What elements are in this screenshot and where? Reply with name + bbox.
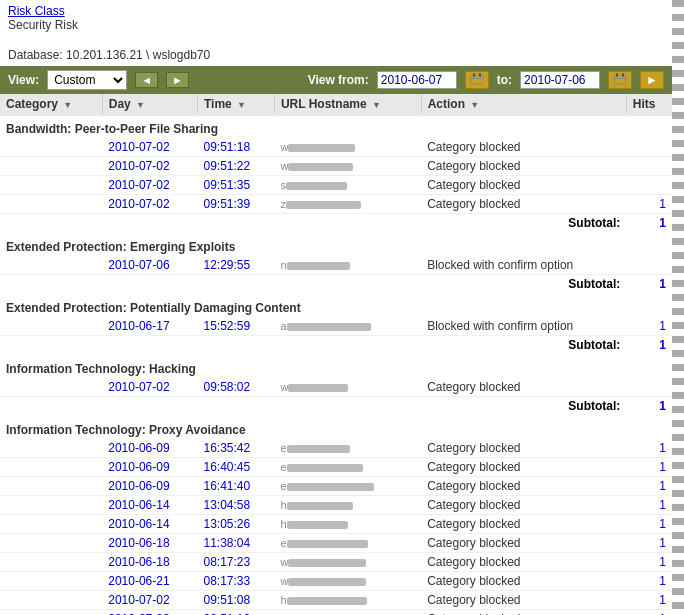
category-cell — [0, 515, 102, 534]
hits-cell: 1 — [626, 515, 672, 534]
time-cell: 12:29:55 — [197, 256, 274, 275]
action-cell: Category blocked — [421, 157, 626, 176]
time-cell: 09:51:18 — [197, 138, 274, 157]
action-cell: Category blocked — [421, 572, 626, 591]
risk-class-link[interactable]: Risk Class — [8, 4, 65, 18]
col-day[interactable]: Day ▼ — [102, 94, 197, 116]
col-url[interactable]: URL Hostname ▼ — [274, 94, 421, 116]
subtotal-row: Subtotal:1 — [0, 336, 672, 357]
hits-cell: 1 — [626, 610, 672, 616]
day-cell: 2010-06-18 — [102, 553, 197, 572]
view-label: View: — [8, 73, 39, 87]
category-name: Extended Protection: Potentially Damagin… — [0, 295, 672, 317]
date-from-input[interactable] — [377, 71, 457, 89]
subtotal-value: 1 — [626, 397, 672, 418]
action-cell: Category blocked — [421, 553, 626, 572]
day-cell: 2010-07-06 — [102, 256, 197, 275]
hits-cell: 1 — [626, 439, 672, 458]
day-cell: 2010-07-02 — [102, 157, 197, 176]
url-cell: w — [274, 553, 421, 572]
hits-cell — [626, 256, 672, 275]
hits-cell — [626, 157, 672, 176]
action-cell: Category blocked — [421, 534, 626, 553]
view-select[interactable]: Custom — [47, 70, 127, 90]
category-cell — [0, 458, 102, 477]
time-cell: 08:17:23 — [197, 553, 274, 572]
action-cell: Blocked with confirm option — [421, 256, 626, 275]
calendar-to-button[interactable] — [608, 71, 632, 89]
subtotal-label: Subtotal: — [0, 397, 626, 418]
category-name: Information Technology: Hacking — [0, 356, 672, 378]
subtotal-row: Subtotal:1 — [0, 275, 672, 296]
category-header-row: Extended Protection: Potentially Damagin… — [0, 295, 672, 317]
time-cell: 11:38:04 — [197, 534, 274, 553]
url-cell: a — [274, 317, 421, 336]
calendar-from-button[interactable] — [465, 71, 489, 89]
action-cell: Category blocked — [421, 176, 626, 195]
day-cell: 2010-07-02 — [102, 195, 197, 214]
url-cell: e — [274, 534, 421, 553]
action-cell: Blocked with confirm option — [421, 317, 626, 336]
url-cell: h — [274, 610, 421, 616]
url-cell: w — [274, 378, 421, 397]
col-time[interactable]: Time ▼ — [197, 94, 274, 116]
category-cell — [0, 378, 102, 397]
table-row: 2010-07-02 09:51:35 s Category blocked — [0, 176, 672, 195]
subtotal-value: 1 — [626, 336, 672, 357]
action-cell: Category blocked — [421, 610, 626, 616]
category-cell — [0, 439, 102, 458]
time-cell: 16:41:40 — [197, 477, 274, 496]
nav-back-button[interactable]: ◄ — [135, 72, 158, 88]
day-cell: 2010-07-02 — [102, 378, 197, 397]
hits-cell: 1 — [626, 458, 672, 477]
subtotal-value: 1 — [626, 214, 672, 235]
category-cell — [0, 534, 102, 553]
svg-rect-2 — [479, 73, 481, 77]
col-action[interactable]: Action ▼ — [421, 94, 626, 116]
table-row: 2010-07-02 09:51:39 z Category blocked 1 — [0, 195, 672, 214]
time-cell: 09:51:12 — [197, 610, 274, 616]
category-cell — [0, 195, 102, 214]
table-row: 2010-07-02 09:51:18 w Category blocked — [0, 138, 672, 157]
time-cell: 09:51:39 — [197, 195, 274, 214]
time-cell: 16:40:45 — [197, 458, 274, 477]
category-cell — [0, 496, 102, 515]
hits-cell: 1 — [626, 317, 672, 336]
table-row: 2010-06-14 13:04:58 h Category blocked 1 — [0, 496, 672, 515]
svg-rect-4 — [614, 75, 626, 84]
day-cell: 2010-06-21 — [102, 572, 197, 591]
date-to-input[interactable] — [520, 71, 600, 89]
url-cell: h — [274, 591, 421, 610]
time-cell: 13:05:26 — [197, 515, 274, 534]
category-cell — [0, 553, 102, 572]
go-button[interactable]: ► — [640, 71, 664, 89]
category-name: Extended Protection: Emerging Exploits — [0, 234, 672, 256]
url-cell: h — [274, 515, 421, 534]
nav-forward-button[interactable]: ► — [166, 72, 189, 88]
category-name: Bandwidth: Peer-to-Peer File Sharing — [0, 116, 672, 138]
hits-cell: 1 — [626, 477, 672, 496]
col-category[interactable]: Category ▼ — [0, 94, 102, 116]
table-row: 2010-06-21 08:17:33 w Category blocked 1 — [0, 572, 672, 591]
category-cell — [0, 591, 102, 610]
day-cell: 2010-06-18 — [102, 534, 197, 553]
day-cell: 2010-06-09 — [102, 458, 197, 477]
time-cell: 09:51:35 — [197, 176, 274, 195]
hits-cell: 1 — [626, 572, 672, 591]
table-row: 2010-07-02 09:51:08 h Category blocked 1 — [0, 591, 672, 610]
time-cell: 09:51:22 — [197, 157, 274, 176]
col-hits[interactable]: Hits — [626, 94, 672, 116]
day-cell: 2010-07-02 — [102, 610, 197, 616]
right-border — [672, 0, 684, 615]
svg-rect-5 — [616, 73, 618, 77]
subtotal-label: Subtotal: — [0, 214, 626, 235]
hits-cell — [626, 378, 672, 397]
day-cell: 2010-06-14 — [102, 496, 197, 515]
hits-cell: 1 — [626, 496, 672, 515]
url-cell: w — [274, 572, 421, 591]
day-cell: 2010-07-02 — [102, 176, 197, 195]
day-cell: 2010-06-09 — [102, 477, 197, 496]
day-cell: 2010-06-09 — [102, 439, 197, 458]
category-cell — [0, 176, 102, 195]
table-row: 2010-06-18 08:17:23 w Category blocked 1 — [0, 553, 672, 572]
